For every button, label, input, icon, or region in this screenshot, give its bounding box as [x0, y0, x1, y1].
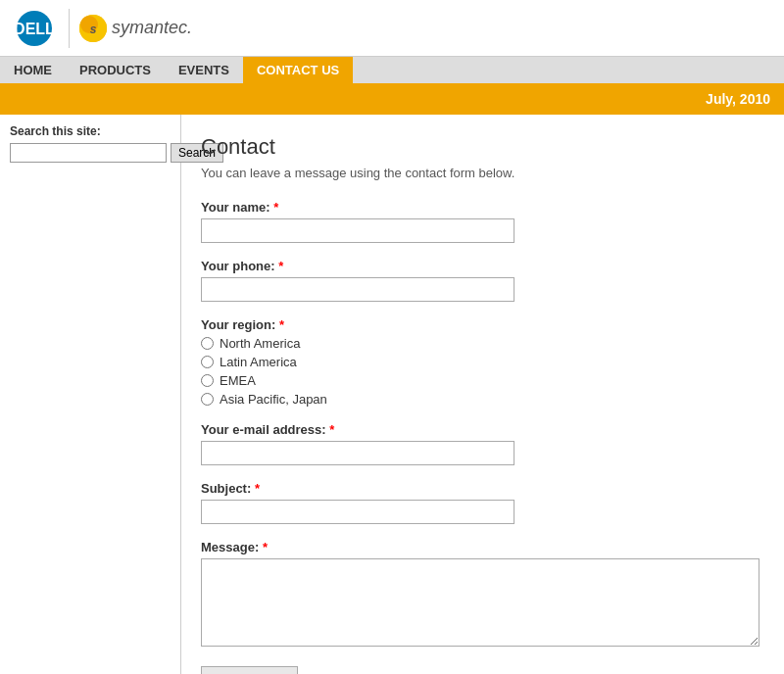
radio-north-america[interactable] [201, 337, 214, 350]
name-input[interactable] [201, 218, 514, 243]
nav-bar: HOME PRODUCTS EVENTS CONTACT US [0, 57, 784, 83]
region-option-latin-america: Latin America [201, 355, 764, 369]
page-subtitle: You can leave a message using the contac… [201, 166, 764, 180]
symantec-logo: s symantec. [79, 15, 192, 42]
region-required: * [279, 317, 284, 332]
send-button[interactable]: Send e-mail [201, 666, 298, 674]
page-title: Contact [201, 134, 764, 160]
email-row: Your e-mail address: * [201, 422, 764, 465]
phone-row: Your phone: * [201, 259, 764, 302]
region-options: North America Latin America EMEA Asia Pa… [201, 336, 764, 407]
symantec-icon: s [79, 15, 107, 42]
region-option-asia-pacific: Asia Pacific, Japan [201, 392, 764, 407]
date-text: July, 2010 [706, 91, 770, 107]
logo-divider [69, 9, 70, 48]
radio-asia-pacific[interactable] [201, 393, 214, 406]
radio-latin-america[interactable] [201, 356, 214, 368]
region-option-north-america: North America [201, 336, 764, 351]
subject-row: Subject: * [201, 481, 764, 524]
nav-contact-us[interactable]: CONTACT US [243, 57, 353, 83]
message-required: * [263, 540, 268, 554]
message-label: Message: * [201, 540, 764, 554]
radio-emea[interactable] [201, 374, 214, 387]
dell-logo: DELL [10, 10, 59, 47]
nav-home[interactable]: HOME [0, 57, 66, 83]
nav-products[interactable]: PRODUCTS [66, 57, 165, 83]
email-input[interactable] [201, 441, 514, 465]
subject-input[interactable] [201, 500, 514, 524]
region-row: Your region: * North America Latin Ameri… [201, 317, 764, 407]
region-label: Your region: * [201, 317, 764, 332]
name-required: * [273, 200, 278, 215]
message-row: Message: * [201, 540, 764, 647]
name-label: Your name: * [201, 200, 764, 215]
phone-input[interactable] [201, 277, 514, 302]
name-row: Your name: * [201, 200, 764, 243]
subject-label: Subject: * [201, 481, 764, 496]
email-label: Your e-mail address: * [201, 422, 764, 437]
main-content: Contact You can leave a message using th… [181, 115, 784, 674]
message-input[interactable] [201, 558, 760, 647]
subject-required: * [255, 481, 260, 496]
search-input[interactable] [10, 143, 167, 163]
sidebar: Search this site: Search [0, 115, 181, 674]
symantec-label: symantec. [112, 18, 192, 38]
phone-label: Your phone: * [201, 259, 764, 273]
svg-text:DELL: DELL [14, 21, 55, 37]
date-bar: July, 2010 [0, 83, 784, 115]
nav-events[interactable]: EVENTS [165, 57, 243, 83]
search-form: Search [10, 143, 171, 163]
layout: Search this site: Search Contact You can… [0, 115, 784, 674]
phone-required: * [278, 259, 283, 273]
search-label: Search this site: [10, 124, 171, 138]
email-required: * [329, 422, 334, 437]
svg-text:s: s [90, 23, 97, 36]
header: DELL s symantec. [0, 0, 784, 57]
region-option-emea: EMEA [201, 373, 764, 388]
contact-form: Your name: * Your phone: * Your region: … [201, 200, 764, 674]
